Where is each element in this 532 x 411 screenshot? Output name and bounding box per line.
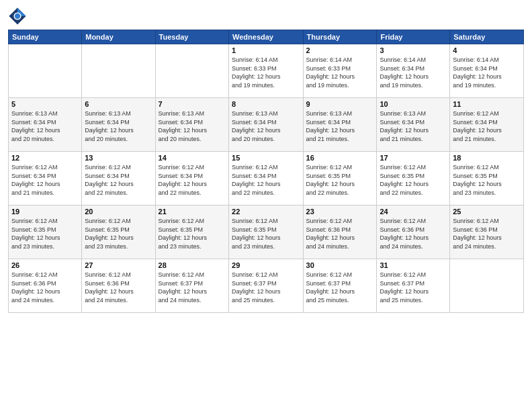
calendar-cell [82,44,155,98]
calendar-cell: 5Sunrise: 6:13 AM Sunset: 6:34 PM Daylig… [9,98,82,152]
day-info: Sunrise: 6:12 AM Sunset: 6:34 PM Dayligh… [159,163,226,197]
calendar-cell: 14Sunrise: 6:12 AM Sunset: 6:34 PM Dayli… [155,152,228,205]
calendar-cell [9,44,82,98]
day-info: Sunrise: 6:12 AM Sunset: 6:36 PM Dayligh… [380,217,447,250]
day-number: 26 [11,261,79,269]
calendar-cell [155,44,228,98]
day-number: 12 [11,154,79,162]
calendar-cell: 17Sunrise: 6:12 AM Sunset: 6:35 PM Dayli… [377,152,450,205]
calendar-week-3: 12Sunrise: 6:12 AM Sunset: 6:34 PM Dayli… [9,152,524,205]
calendar-cell [450,259,524,313]
day-info: Sunrise: 6:14 AM Sunset: 6:33 PM Dayligh… [232,56,300,89]
calendar-cell: 23Sunrise: 6:12 AM Sunset: 6:36 PM Dayli… [303,205,377,259]
calendar-cell: 27Sunrise: 6:12 AM Sunset: 6:36 PM Dayli… [82,259,155,313]
day-number: 8 [232,100,300,108]
day-info: Sunrise: 6:12 AM Sunset: 6:35 PM Dayligh… [380,163,447,197]
day-info: Sunrise: 6:12 AM Sunset: 6:34 PM Dayligh… [11,163,79,197]
day-number: 21 [159,208,226,216]
calendar-cell: 1Sunrise: 6:14 AM Sunset: 6:33 PM Daylig… [229,44,304,98]
day-number: 28 [159,261,226,269]
day-number: 27 [85,261,152,269]
calendar-cell: 21Sunrise: 6:12 AM Sunset: 6:35 PM Dayli… [155,205,228,259]
day-info: Sunrise: 6:12 AM Sunset: 6:36 PM Dayligh… [85,271,152,304]
calendar-cell: 11Sunrise: 6:12 AM Sunset: 6:34 PM Dayli… [450,98,524,152]
day-number: 13 [85,154,152,162]
day-info: Sunrise: 6:14 AM Sunset: 6:33 PM Dayligh… [306,56,374,89]
day-info: Sunrise: 6:12 AM Sunset: 6:34 PM Dayligh… [453,109,521,143]
day-number: 31 [380,261,447,269]
weekday-header-monday: Monday [82,30,155,44]
calendar-week-5: 26Sunrise: 6:12 AM Sunset: 6:36 PM Dayli… [9,259,524,313]
day-info: Sunrise: 6:14 AM Sunset: 6:34 PM Dayligh… [380,56,447,89]
page: SundayMondayTuesdayWednesdayThursdayFrid… [0,0,532,411]
header [8,7,524,26]
calendar-cell: 24Sunrise: 6:12 AM Sunset: 6:36 PM Dayli… [377,205,450,259]
day-info: Sunrise: 6:12 AM Sunset: 6:35 PM Dayligh… [232,217,300,250]
day-info: Sunrise: 6:13 AM Sunset: 6:34 PM Dayligh… [11,109,79,143]
calendar-cell: 7Sunrise: 6:13 AM Sunset: 6:34 PM Daylig… [155,98,228,152]
day-number: 18 [453,154,521,162]
weekday-header-thursday: Thursday [303,30,377,44]
day-number: 17 [380,154,447,162]
day-number: 10 [380,100,447,108]
calendar-table: SundayMondayTuesdayWednesdayThursdayFrid… [8,30,524,313]
day-number: 7 [159,100,226,108]
day-info: Sunrise: 6:12 AM Sunset: 6:36 PM Dayligh… [453,217,521,250]
calendar-week-1: 1Sunrise: 6:14 AM Sunset: 6:33 PM Daylig… [9,44,524,98]
day-info: Sunrise: 6:12 AM Sunset: 6:35 PM Dayligh… [85,217,152,250]
day-info: Sunrise: 6:14 AM Sunset: 6:34 PM Dayligh… [453,56,521,89]
day-info: Sunrise: 6:12 AM Sunset: 6:36 PM Dayligh… [306,217,374,250]
day-info: Sunrise: 6:12 AM Sunset: 6:37 PM Dayligh… [232,271,300,304]
day-number: 29 [232,261,300,269]
calendar-cell: 29Sunrise: 6:12 AM Sunset: 6:37 PM Dayli… [229,259,304,313]
day-number: 9 [306,100,374,108]
calendar-cell: 26Sunrise: 6:12 AM Sunset: 6:36 PM Dayli… [9,259,82,313]
calendar-cell: 8Sunrise: 6:13 AM Sunset: 6:34 PM Daylig… [229,98,304,152]
day-number: 25 [453,208,521,216]
day-info: Sunrise: 6:12 AM Sunset: 6:35 PM Dayligh… [453,163,521,197]
svg-point-3 [15,13,20,19]
calendar-cell: 20Sunrise: 6:12 AM Sunset: 6:35 PM Dayli… [82,205,155,259]
day-number: 20 [85,208,152,216]
calendar-cell: 30Sunrise: 6:12 AM Sunset: 6:37 PM Dayli… [303,259,377,313]
day-info: Sunrise: 6:12 AM Sunset: 6:34 PM Dayligh… [232,163,300,197]
day-number: 22 [232,208,300,216]
day-info: Sunrise: 6:12 AM Sunset: 6:37 PM Dayligh… [306,271,374,304]
day-number: 23 [306,208,374,216]
calendar-cell: 13Sunrise: 6:12 AM Sunset: 6:34 PM Dayli… [82,152,155,205]
day-number: 30 [306,261,374,269]
calendar-cell: 10Sunrise: 6:13 AM Sunset: 6:34 PM Dayli… [377,98,450,152]
day-number: 15 [232,154,300,162]
calendar-cell: 18Sunrise: 6:12 AM Sunset: 6:35 PM Dayli… [450,152,524,205]
calendar-cell: 6Sunrise: 6:13 AM Sunset: 6:34 PM Daylig… [82,98,155,152]
calendar-cell: 16Sunrise: 6:12 AM Sunset: 6:35 PM Dayli… [303,152,377,205]
day-number: 16 [306,154,374,162]
day-info: Sunrise: 6:13 AM Sunset: 6:34 PM Dayligh… [232,109,300,143]
day-info: Sunrise: 6:13 AM Sunset: 6:34 PM Dayligh… [159,109,226,143]
calendar-cell: 2Sunrise: 6:14 AM Sunset: 6:33 PM Daylig… [303,44,377,98]
calendar-cell: 25Sunrise: 6:12 AM Sunset: 6:36 PM Dayli… [450,205,524,259]
day-number: 3 [380,46,447,54]
calendar-cell: 3Sunrise: 6:14 AM Sunset: 6:34 PM Daylig… [377,44,450,98]
day-number: 6 [85,100,152,108]
calendar-cell: 4Sunrise: 6:14 AM Sunset: 6:34 PM Daylig… [450,44,524,98]
calendar-week-2: 5Sunrise: 6:13 AM Sunset: 6:34 PM Daylig… [9,98,524,152]
day-info: Sunrise: 6:12 AM Sunset: 6:37 PM Dayligh… [159,271,226,304]
day-info: Sunrise: 6:12 AM Sunset: 6:35 PM Dayligh… [306,163,374,197]
weekday-header-tuesday: Tuesday [155,30,228,44]
day-info: Sunrise: 6:12 AM Sunset: 6:37 PM Dayligh… [380,271,447,304]
day-info: Sunrise: 6:12 AM Sunset: 6:35 PM Dayligh… [159,217,226,250]
day-info: Sunrise: 6:13 AM Sunset: 6:34 PM Dayligh… [306,109,374,143]
calendar-cell: 15Sunrise: 6:12 AM Sunset: 6:34 PM Dayli… [229,152,304,205]
day-info: Sunrise: 6:12 AM Sunset: 6:34 PM Dayligh… [85,163,152,197]
day-info: Sunrise: 6:13 AM Sunset: 6:34 PM Dayligh… [380,109,447,143]
weekday-header-friday: Friday [377,30,450,44]
weekday-header-wednesday: Wednesday [229,30,304,44]
day-info: Sunrise: 6:12 AM Sunset: 6:36 PM Dayligh… [11,271,79,304]
day-number: 11 [453,100,521,108]
calendar-cell: 19Sunrise: 6:12 AM Sunset: 6:35 PM Dayli… [9,205,82,259]
calendar-week-4: 19Sunrise: 6:12 AM Sunset: 6:35 PM Dayli… [9,205,524,259]
day-info: Sunrise: 6:12 AM Sunset: 6:35 PM Dayligh… [11,217,79,250]
day-number: 19 [11,208,79,216]
logo-icon [8,7,27,26]
